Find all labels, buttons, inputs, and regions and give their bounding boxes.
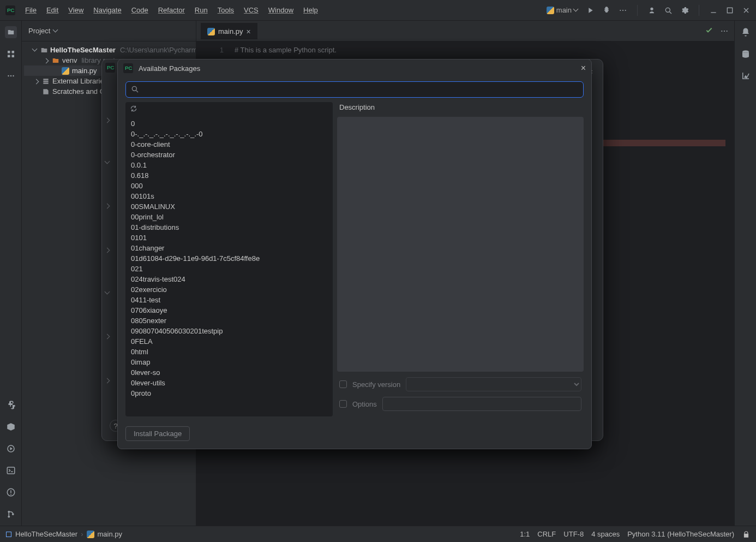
package-item[interactable]: 0-core-client	[125, 139, 333, 150]
project-root-name: HelloTheSecMaster	[50, 46, 116, 54]
python-console-button[interactable]	[5, 399, 17, 411]
package-item[interactable]: 00101s	[125, 191, 333, 201]
menu-vcs[interactable]: VCS	[239, 4, 263, 16]
package-item[interactable]: 0FELA	[125, 336, 333, 347]
readonly-lock-icon[interactable]	[742, 530, 751, 539]
package-item[interactable]: 0	[125, 118, 333, 129]
python-packages-button[interactable]	[5, 421, 17, 433]
sciview-button[interactable]	[740, 70, 752, 82]
options-checkbox[interactable]	[339, 400, 347, 408]
package-item[interactable]: 01-distributions	[125, 222, 333, 233]
svg-rect-20	[10, 494, 11, 495]
packages-result-list[interactable]: 00-._.-._.-._.-._.-._.-._.-00-core-clien…	[125, 116, 333, 416]
file-encoding[interactable]: UTF-8	[563, 530, 584, 538]
package-item[interactable]: 0lever-so	[125, 367, 333, 378]
package-item[interactable]: 0html	[125, 347, 333, 357]
search-everywhere-icon[interactable]	[663, 5, 674, 16]
install-package-button[interactable]: Install Package	[125, 426, 190, 441]
settings-icon[interactable]	[679, 5, 690, 16]
menu-file[interactable]: File	[21, 4, 41, 16]
package-item[interactable]: 02exercicio	[125, 284, 333, 295]
services-button[interactable]	[5, 443, 17, 455]
menu-help[interactable]: Help	[299, 4, 322, 16]
line-separator[interactable]: CRLF	[537, 530, 556, 538]
menu-view[interactable]: View	[64, 4, 88, 16]
package-item[interactable]: 0805nexter	[125, 315, 333, 326]
menu-edit[interactable]: Edit	[42, 4, 63, 16]
svg-text:PC: PC	[107, 64, 115, 70]
svg-point-3	[622, 9, 623, 10]
run-button[interactable]	[585, 5, 596, 16]
package-item[interactable]: 0.618	[125, 170, 333, 181]
available-packages-dialog: PC Available Packages × 00-._.-._.-._.-.…	[117, 59, 592, 449]
package-item[interactable]: 00SMALINUX	[125, 201, 333, 212]
code-with-me-icon[interactable]	[646, 5, 657, 16]
package-item[interactable]: 0proto	[125, 388, 333, 398]
maximize-window-button[interactable]	[724, 5, 735, 16]
chevron-down-icon	[105, 290, 111, 296]
package-item[interactable]: 0-._.-._.-._.-._.-._.-._.-0	[125, 129, 333, 139]
specify-version-select[interactable]	[406, 377, 581, 391]
package-item[interactable]: 01changer	[125, 243, 333, 253]
package-item[interactable]: 000	[125, 181, 333, 191]
chevron-down-icon	[105, 160, 111, 165]
menu-refactor[interactable]: Refactor	[154, 4, 189, 16]
run-configuration-selector[interactable]: main	[547, 6, 579, 14]
menu-window[interactable]: Window	[264, 4, 298, 16]
breadcrumb-project-icon	[5, 531, 12, 538]
package-item[interactable]: 021	[125, 264, 333, 274]
close-window-button[interactable]	[741, 5, 752, 16]
chevron-right-icon	[105, 201, 111, 210]
package-item[interactable]: 0101	[125, 233, 333, 243]
menu-tools[interactable]: Tools	[213, 4, 238, 16]
package-item[interactable]: 0imap	[125, 357, 333, 367]
package-item[interactable]: 00print_lol	[125, 212, 333, 222]
debug-button[interactable]	[601, 5, 612, 16]
main-menu-bar: PC File Edit View Navigate Code Refactor…	[0, 0, 756, 21]
minimize-window-button[interactable]	[708, 5, 719, 16]
search-icon	[130, 85, 140, 94]
python-interpreter-status[interactable]: Python 3.11 (HelloTheSecMaster)	[627, 530, 734, 538]
package-item[interactable]: 0-orchestrator	[125, 150, 333, 160]
specify-version-checkbox[interactable]	[339, 380, 347, 388]
packages-search-field[interactable]	[125, 81, 584, 98]
notifications-button[interactable]	[740, 26, 752, 38]
indent-settings[interactable]: 4 spaces	[591, 530, 620, 538]
packages-dialog-close-button[interactable]: ×	[581, 63, 586, 73]
project-root-node[interactable]: HelloTheSecMaster C:\Users\arunk\Pycharm…	[24, 45, 194, 55]
more-actions-button[interactable]	[617, 5, 628, 16]
options-input[interactable]	[382, 397, 581, 411]
caret-position[interactable]: 1:1	[520, 530, 530, 538]
package-item[interactable]: 0411-test	[125, 295, 333, 305]
package-item[interactable]: 090807040506030201testpip	[125, 326, 333, 336]
menu-navigate[interactable]: Navigate	[89, 4, 125, 16]
svg-rect-9	[8, 51, 10, 53]
problems-button[interactable]	[5, 486, 17, 498]
svg-rect-10	[11, 51, 14, 53]
structure-toolwindow-button[interactable]	[5, 48, 17, 60]
svg-rect-8	[727, 8, 732, 13]
editor-error-stripe-mark	[595, 140, 725, 146]
package-item[interactable]: 0706xiaoye	[125, 305, 333, 315]
reload-packages-icon[interactable]	[130, 105, 137, 114]
package-item[interactable]: 0lever-utils	[125, 378, 333, 388]
packages-search-input[interactable]	[142, 86, 579, 94]
project-toolwindow-button[interactable]	[5, 26, 17, 38]
package-item[interactable]: 01d61084-d29e-11e9-96d1-7c5cf84ffe8e	[125, 253, 333, 264]
menu-code[interactable]: Code	[127, 4, 153, 16]
menu-run[interactable]: Run	[190, 4, 212, 16]
terminal-button[interactable]	[5, 464, 17, 477]
inspection-ok-icon[interactable]	[705, 26, 713, 36]
close-tab-icon[interactable]: ×	[247, 27, 251, 36]
more-toolwindows-button[interactable]	[5, 70, 17, 82]
package-item[interactable]: 0.0.1	[125, 160, 333, 170]
navigation-breadcrumb[interactable]: HelloTheSecMaster › main.py	[5, 530, 122, 538]
package-item[interactable]: 024travis-test024	[125, 274, 333, 284]
database-button[interactable]	[740, 48, 752, 60]
editor-tab-mainpy[interactable]: main.py ×	[201, 23, 257, 39]
editor-tab-label: main.py	[218, 27, 243, 35]
project-panel-header[interactable]: Project	[22, 21, 196, 41]
version-control-button[interactable]	[5, 508, 17, 520]
editor-more-icon[interactable]	[719, 26, 730, 37]
project-panel-title: Project	[28, 27, 50, 35]
